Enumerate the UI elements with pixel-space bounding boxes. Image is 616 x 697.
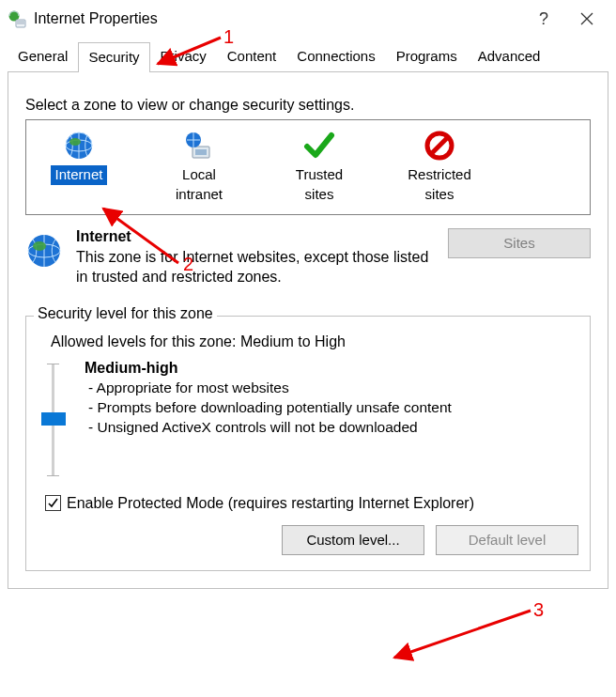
tab-strip: General Security Privacy Content Connect… <box>0 41 616 71</box>
protected-mode-label: Enable Protected Mode (requires restarti… <box>67 495 474 512</box>
checkmark-icon <box>303 130 335 162</box>
group-legend: Security level for this zone <box>34 305 217 322</box>
window-title: Internet Properties <box>34 10 522 27</box>
custom-level-button[interactable]: Custom level... <box>282 525 424 555</box>
tab-advanced[interactable]: Advanced <box>468 41 551 71</box>
zone-internet[interactable]: Internet <box>32 130 126 205</box>
prohibited-icon <box>424 130 455 162</box>
tab-programs[interactable]: Programs <box>386 41 468 71</box>
tab-privacy[interactable]: Privacy <box>150 41 217 71</box>
zone-label: sites <box>300 185 339 205</box>
close-button[interactable] <box>565 4 608 34</box>
level-bullet: - Prompts before downloading potentially… <box>88 398 578 418</box>
tab-panel-security: Select a zone to view or change security… <box>8 72 608 589</box>
sites-button[interactable]: Sites <box>448 228 591 258</box>
zone-desc-title: Internet <box>76 228 435 245</box>
security-level-group: Security level for this zone Allowed lev… <box>25 316 591 571</box>
titlebar: Internet Properties ? <box>0 0 616 38</box>
security-level-slider[interactable] <box>38 360 68 480</box>
level-bullet: - Appropriate for most websites <box>88 379 578 398</box>
default-level-button[interactable]: Default level <box>436 525 578 555</box>
protected-mode-checkbox[interactable] <box>45 495 61 511</box>
internet-properties-dialog: Internet Properties ? General Security P… <box>0 0 616 697</box>
svg-line-11 <box>431 137 448 154</box>
zone-label: Restricted <box>403 165 476 185</box>
internet-options-icon <box>8 9 26 28</box>
svg-line-17 <box>394 611 531 658</box>
level-name: Medium-high <box>85 360 578 377</box>
zone-desc-text: This zone is for Internet websites, exce… <box>76 247 435 287</box>
tab-general[interactable]: General <box>8 41 78 71</box>
globe-icon <box>63 130 95 162</box>
zone-label: Internet <box>51 165 108 185</box>
zone-label: intranet <box>171 185 227 205</box>
zone-local-intranet[interactable]: Local intranet <box>152 130 246 205</box>
zone-trusted-sites[interactable]: Trusted sites <box>272 130 366 205</box>
zone-label: sites <box>421 185 459 205</box>
zone-restricted-sites[interactable]: Restricted sites <box>393 130 486 205</box>
globe-icon <box>25 232 63 270</box>
zone-label: Local <box>177 165 221 185</box>
annotation-number-3: 3 <box>533 599 544 621</box>
help-button[interactable]: ? <box>522 4 565 34</box>
zone-instruction: Select a zone to view or change security… <box>25 97 591 114</box>
svg-point-6 <box>69 138 81 146</box>
zone-list: Internet Local intranet Trusted sites <box>25 119 591 215</box>
security-level-description: Medium-high - Appropriate for most websi… <box>85 360 578 480</box>
tab-connections[interactable]: Connections <box>286 41 385 71</box>
intranet-icon <box>183 130 215 162</box>
tab-content[interactable]: Content <box>217 41 287 71</box>
svg-rect-8 <box>195 149 207 155</box>
tab-security[interactable]: Security <box>78 42 149 72</box>
svg-point-14 <box>33 241 46 251</box>
zone-label: Trusted <box>291 165 347 185</box>
level-bullet: - Unsigned ActiveX controls will not be … <box>88 418 578 438</box>
allowed-levels-text: Allowed levels for this zone: Medium to … <box>51 333 578 350</box>
zone-description: Internet This zone is for Internet websi… <box>25 228 591 287</box>
